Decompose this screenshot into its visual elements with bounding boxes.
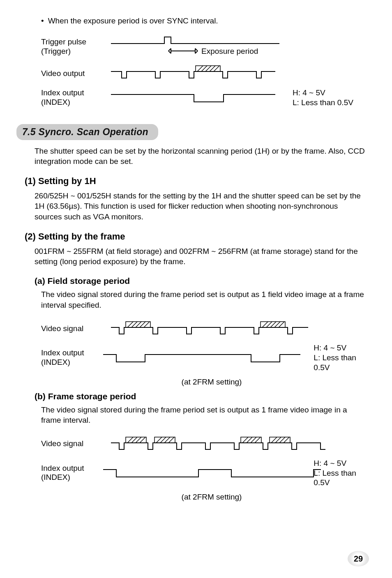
- page-number-badge: 29: [348, 551, 369, 566]
- paragraph-a: The video signal stored during the frame…: [41, 289, 367, 310]
- timing-diagram-1: Trigger pulse (Trigger) Exposure period …: [41, 35, 367, 108]
- video-output-label: Video output: [41, 69, 107, 78]
- trigger-label: Trigger pulse (Trigger): [41, 37, 107, 56]
- timing-diagram-2: Video signal: [41, 319, 367, 386]
- index-output-label: Index output (INDEX): [41, 88, 107, 107]
- subheading-1h: (1) Setting by 1H: [25, 176, 367, 187]
- intro-paragraph-7-5: The shutter speed can be set by the hori…: [35, 146, 367, 167]
- level-spec-b: H: 4 ~ 5V L: Less than 0.5V: [314, 458, 367, 488]
- bullet-top: When the exposure period is over SYNC in…: [41, 16, 367, 25]
- video-signal-label-a: Video signal: [41, 324, 107, 334]
- note-2frm-b: (at 2FRM setting): [107, 493, 316, 502]
- paragraph-frame-intro: 001FRM ~ 255FRM (at field storage) and 0…: [35, 246, 367, 267]
- index-output-label-b: Index output (INDEX): [41, 464, 99, 483]
- paragraph-1h: 260/525H ~ 001/525H stands for the setti…: [35, 191, 367, 222]
- subheading-frame: (2) Setting by the frame: [25, 231, 367, 242]
- timing-diagram-3: Video signal: [41, 435, 367, 502]
- exposure-period-text: Exposure period: [201, 47, 258, 55]
- note-2frm-a: (at 2FRM setting): [107, 378, 316, 387]
- level-spec-1: H: 4 ~ 5V L: Less than 0.5V: [293, 88, 353, 108]
- subheading-b: (b) Frame storage period: [35, 391, 367, 401]
- section-heading-7-5: 7.5 Syncro. Scan Operation: [16, 124, 158, 140]
- index-output-label-a: Index output (INDEX): [41, 348, 99, 367]
- level-spec-a: H: 4 ~ 5V L: Less than 0.5V: [314, 343, 367, 372]
- subheading-a: (a) Field storage period: [35, 276, 367, 286]
- video-signal-label-b: Video signal: [41, 439, 107, 449]
- paragraph-b: The video signal stored during the frame…: [41, 405, 367, 426]
